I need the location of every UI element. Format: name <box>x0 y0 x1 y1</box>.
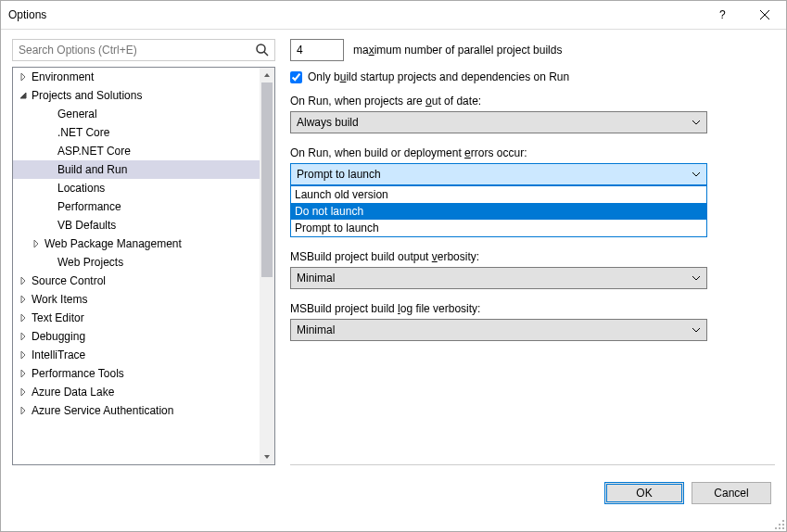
svg-point-23 <box>782 527 784 529</box>
parallel-builds-label: maximum number of parallel project build… <box>353 44 562 57</box>
log-verbosity-label: MSBuild project build log file verbosity… <box>290 302 775 315</box>
errors-dropdown: Launch old versionDo not launchPrompt to… <box>290 185 707 237</box>
tree-item-text-editor[interactable]: Text Editor <box>13 309 260 327</box>
tree-item--net-core[interactable]: .NET Core <box>13 123 260 142</box>
chevron-down-icon <box>692 273 701 283</box>
tree-item-label: Environment <box>30 70 94 83</box>
tree-spacer <box>43 108 56 120</box>
dropdown-option[interactable]: Prompt to launch <box>291 220 706 236</box>
chevron-down-icon <box>692 170 701 179</box>
output-verbosity-select[interactable]: Minimal <box>290 267 707 289</box>
tree-spacer <box>43 145 56 158</box>
svg-text:?: ? <box>719 10 726 19</box>
tree-item-environment[interactable]: Environment <box>13 68 260 86</box>
output-verbosity-label: MSBuild project build output verbosity: <box>290 250 775 263</box>
tree-twisty-icon[interactable] <box>17 367 30 380</box>
tree-spacer <box>43 163 56 176</box>
options-tree: EnvironmentProjects and SolutionsGeneral… <box>12 67 275 465</box>
tree-twisty-icon[interactable] <box>30 237 43 250</box>
svg-point-22 <box>779 527 781 529</box>
search-input[interactable] <box>12 39 275 61</box>
tree-twisty-icon[interactable] <box>17 89 30 102</box>
cancel-button[interactable]: Cancel <box>692 482 771 504</box>
tree-item-label: VB Defaults <box>56 219 116 232</box>
svg-marker-6 <box>20 93 26 98</box>
svg-marker-7 <box>34 240 38 247</box>
log-verbosity-value: Minimal <box>297 323 335 336</box>
tree-item-work-items[interactable]: Work Items <box>13 290 260 309</box>
tree-twisty-icon[interactable] <box>17 293 30 306</box>
tree-item-performance[interactable]: Performance <box>13 197 260 216</box>
resize-grip-icon[interactable] <box>774 519 785 530</box>
tree-item-asp-net-core[interactable]: ASP.NET Core <box>13 142 260 160</box>
only-build-startup-checkbox[interactable] <box>290 71 302 83</box>
tree-twisty-icon[interactable] <box>17 311 30 324</box>
tree-item-intellitrace[interactable]: IntelliTrace <box>13 346 260 364</box>
tree-twisty-icon[interactable] <box>17 274 30 287</box>
tree-twisty-icon[interactable] <box>17 70 30 83</box>
tree-item-label: General <box>56 108 97 120</box>
tree-item-vb-defaults[interactable]: VB Defaults <box>13 216 260 234</box>
svg-point-19 <box>779 524 781 526</box>
dropdown-option[interactable]: Launch old version <box>291 186 706 203</box>
tree-twisty-icon[interactable] <box>17 386 30 399</box>
svg-marker-16 <box>264 73 270 77</box>
tree-spacer <box>43 200 56 213</box>
tree-twisty-icon[interactable] <box>17 348 30 361</box>
parallel-builds-input[interactable] <box>290 39 344 61</box>
svg-marker-5 <box>21 73 25 81</box>
tree-item-performance-tools[interactable]: Performance Tools <box>13 364 260 383</box>
log-verbosity-select[interactable]: Minimal <box>290 319 707 341</box>
tree-item-label: Performance <box>56 200 121 213</box>
svg-marker-11 <box>21 333 25 340</box>
title-bar: Options ? <box>1 1 786 29</box>
help-button[interactable]: ? <box>701 1 743 29</box>
tree-item-label: Web Package Management <box>43 237 182 250</box>
tree-twisty-icon[interactable] <box>17 404 30 417</box>
tree-item-label: Debugging <box>30 330 85 343</box>
svg-point-20 <box>782 524 784 526</box>
svg-marker-15 <box>21 407 25 414</box>
tree-item-general[interactable]: General <box>13 105 260 123</box>
tree-item-label: Projects and Solutions <box>30 89 142 102</box>
tree-scrollbar[interactable] <box>260 68 274 464</box>
scroll-up-icon[interactable] <box>260 68 274 82</box>
tree-item-locations[interactable]: Locations <box>13 179 260 197</box>
tree-item-label: Text Editor <box>30 311 84 324</box>
tree-twisty-icon[interactable] <box>17 330 30 343</box>
scroll-down-icon[interactable] <box>260 450 274 464</box>
tree-item-label: ASP.NET Core <box>56 145 131 158</box>
svg-marker-10 <box>21 314 25 322</box>
tree-item-label: Locations <box>56 182 105 195</box>
scroll-thumb[interactable] <box>261 82 273 277</box>
tree-item-label: IntelliTrace <box>30 348 85 361</box>
tree-spacer <box>43 126 56 139</box>
tree-item-azure-service-authentication[interactable]: Azure Service Authentication <box>13 401 260 420</box>
tree-item-debugging[interactable]: Debugging <box>13 327 260 346</box>
svg-point-21 <box>775 527 777 529</box>
tree-item-label: Source Control <box>30 274 106 287</box>
out-of-date-select[interactable]: Always build <box>290 111 707 133</box>
svg-point-18 <box>782 520 784 522</box>
svg-marker-14 <box>21 388 25 396</box>
chevron-down-icon <box>692 325 701 335</box>
out-of-date-label: On Run, when projects are out of date: <box>290 95 775 108</box>
tree-item-web-projects[interactable]: Web Projects <box>13 253 260 272</box>
close-button[interactable] <box>743 1 786 29</box>
ok-button[interactable]: OK <box>604 482 684 504</box>
dropdown-option[interactable]: Do not launch <box>291 203 706 220</box>
errors-select[interactable]: Prompt to launch <box>290 163 707 185</box>
tree-spacer <box>43 219 56 232</box>
tree-item-label: Azure Data Lake <box>30 386 114 399</box>
tree-item-azure-data-lake[interactable]: Azure Data Lake <box>13 383 260 401</box>
errors-value: Prompt to launch <box>297 168 381 181</box>
tree-item-label: Work Items <box>30 293 87 306</box>
search-box[interactable] <box>12 39 275 61</box>
tree-item-label: Web Projects <box>56 256 123 269</box>
tree-item-build-and-run[interactable]: Build and Run <box>13 160 260 179</box>
tree-item-source-control[interactable]: Source Control <box>13 272 260 290</box>
tree-item-web-package-management[interactable]: Web Package Management <box>13 234 260 253</box>
tree-item-projects-and-solutions[interactable]: Projects and Solutions <box>13 86 260 105</box>
dialog-footer: OK Cancel <box>1 465 786 521</box>
tree-spacer <box>43 256 56 269</box>
